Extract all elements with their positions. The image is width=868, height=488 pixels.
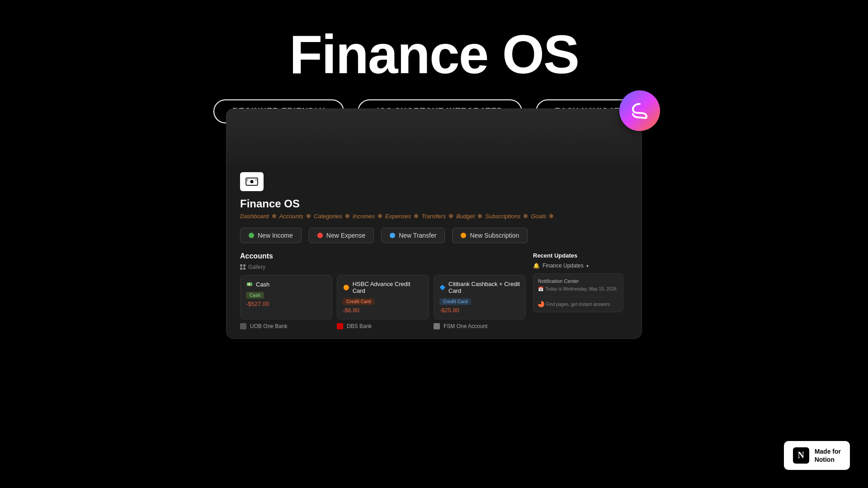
- cash-card-header: 💵 Cash: [246, 281, 326, 288]
- notif-dots: ................................: [538, 293, 618, 298]
- svg-rect-5: [243, 264, 245, 267]
- nav-sep-5: ✻: [414, 213, 419, 220]
- cash-tag: Cash: [246, 292, 264, 299]
- income-dot-icon: [249, 233, 254, 238]
- new-subscription-button[interactable]: New Subscription: [452, 228, 528, 243]
- hsbc-amount: -$6.80: [343, 307, 423, 314]
- svg-point-2: [247, 179, 248, 180]
- notif-search: Find pages, get instant answers: [538, 301, 618, 307]
- citibank-card-icon: 🔷: [439, 284, 446, 291]
- dbs-icon: [337, 323, 343, 329]
- right-panel: Recent Updates 🔔 Finance Updates ▾ Notif…: [533, 252, 623, 329]
- nav-sep-4: ✻: [377, 213, 382, 220]
- left-panel: Accounts Gallery: [240, 252, 526, 329]
- bank-item-uob: UOB One Bank: [240, 323, 332, 329]
- chevron-down-icon: ▾: [586, 263, 589, 268]
- main-title: Finance OS: [0, 27, 868, 81]
- gallery-label: Gallery: [240, 264, 526, 270]
- fsm-icon: [434, 323, 440, 329]
- nav-sep-6: ✻: [448, 213, 453, 220]
- nav-categories[interactable]: Categories: [314, 213, 342, 220]
- account-card-citibank: 🔷 Citibank Cashback + Credit Card Credit…: [434, 275, 526, 319]
- notif-center-title: Notification Center: [538, 278, 618, 284]
- action-buttons: New Income New Expense New Transfer New …: [240, 228, 623, 243]
- finance-updates-row[interactable]: 🔔 Finance Updates ▾: [533, 263, 623, 269]
- nav-budget[interactable]: Budget: [456, 213, 475, 220]
- nav-sep-8: ✻: [523, 213, 528, 220]
- nav-transfers[interactable]: Transfers: [421, 213, 446, 220]
- bank-item-fsm: FSM One Account: [434, 323, 526, 329]
- uob-icon: [240, 323, 246, 329]
- hsbc-card-icon: 🟠: [343, 284, 350, 291]
- svg-point-1: [250, 180, 254, 183]
- nav-incomes[interactable]: Incomes: [353, 213, 375, 220]
- new-income-label: New Income: [258, 232, 293, 239]
- account-card-cash: 💵 Cash Cash -$527.00: [240, 275, 332, 319]
- nav-accounts[interactable]: Accounts: [279, 213, 303, 220]
- account-card-hsbc: 🟠 HSBC Advance Credit Card Credit Card -…: [337, 275, 429, 319]
- hsbc-card-header: 🟠 HSBC Advance Credit Card: [343, 281, 423, 294]
- money-icon-box: [240, 172, 264, 191]
- nav-sep-3: ✻: [345, 213, 350, 220]
- app-inner-title: Finance OS: [240, 197, 623, 210]
- hsbc-tag: Credit Card: [343, 298, 374, 305]
- app-header: [226, 109, 642, 163]
- app-window: Finance OS Dashboard ✻ Accounts ✻ Catego…: [226, 108, 642, 339]
- svg-rect-4: [240, 264, 242, 267]
- made-for-line1: Made for: [815, 447, 841, 455]
- app-window-wrapper: Finance OS Dashboard ✻ Accounts ✻ Catego…: [226, 108, 642, 339]
- nav-breadcrumb: Dashboard ✻ Accounts ✻ Categories ✻ Inco…: [240, 213, 623, 220]
- hsbc-card-name: HSBC Advance Credit Card: [353, 281, 423, 294]
- notion-n-icon: N: [793, 447, 809, 464]
- transfer-dot-icon: [390, 233, 395, 238]
- citibank-card-header: 🔷 Citibank Cashback + Credit Card: [439, 281, 520, 294]
- main-panels: Accounts Gallery: [240, 252, 623, 329]
- search-spinner-icon: [538, 301, 544, 307]
- expense-dot-icon: [317, 233, 323, 238]
- finance-updates-label: Finance Updates: [542, 263, 584, 269]
- citibank-tag: Credit Card: [439, 298, 471, 305]
- new-expense-button[interactable]: New Expense: [309, 228, 374, 243]
- new-expense-label: New Expense: [326, 232, 365, 239]
- dbs-label: DBS Bank: [347, 323, 372, 329]
- svg-rect-7: [243, 267, 245, 270]
- notification-center: Notification Center 📅 Today is Wednesday…: [533, 273, 623, 312]
- nav-dashboard[interactable]: Dashboard: [240, 213, 269, 220]
- accounts-section-title: Accounts: [240, 252, 526, 260]
- notif-date-text: Today is Wednesday, May 15, 2024.: [545, 286, 618, 291]
- hero-section: Finance OS BEGINNER FRIENDLY iOS SHORTCU…: [0, 0, 868, 123]
- fsm-label: FSM One Account: [443, 323, 487, 329]
- calendar-icon: 📅: [538, 286, 543, 291]
- nav-expenses[interactable]: Expenses: [385, 213, 411, 220]
- svg-rect-6: [240, 267, 242, 270]
- new-income-button[interactable]: New Income: [240, 228, 302, 243]
- cash-card-name: Cash: [256, 281, 269, 288]
- cash-amount: -$527.00: [246, 300, 326, 307]
- svg-point-3: [255, 179, 256, 180]
- new-subscription-label: New Subscription: [470, 232, 519, 239]
- nav-sep-7: ✻: [477, 213, 482, 220]
- nav-subscriptions[interactable]: Subscriptions: [485, 213, 520, 220]
- new-transfer-button[interactable]: New Transfer: [381, 228, 445, 243]
- account-cards: 💵 Cash Cash -$527.00 🟠 HSBC Advance Cred…: [240, 275, 526, 319]
- nav-sep-2: ✻: [306, 213, 311, 220]
- citibank-card-name: Citibank Cashback + Credit Card: [448, 281, 520, 294]
- gallery-label-text: Gallery: [248, 264, 265, 270]
- citibank-amount: -$25.80: [439, 307, 520, 314]
- made-for-line2: Notion: [815, 455, 841, 464]
- notion-icon-circle[interactable]: [619, 90, 660, 131]
- nav-sep-1: ✻: [272, 213, 277, 220]
- subscription-dot-icon: [461, 233, 466, 238]
- cash-card-icon: 💵: [246, 281, 253, 288]
- notif-date: 📅 Today is Wednesday, May 15, 2024.: [538, 286, 618, 291]
- nav-sep-9: ✻: [549, 213, 554, 220]
- new-transfer-label: New Transfer: [399, 232, 436, 239]
- made-for-notion-badge[interactable]: N Made for Notion: [784, 441, 850, 470]
- bell-icon: 🔔: [533, 263, 540, 269]
- bank-rows: UOB One Bank DBS Bank FSM One Account: [240, 323, 526, 329]
- bank-item-dbs: DBS Bank: [337, 323, 429, 329]
- uob-label: UOB One Bank: [250, 323, 288, 329]
- nav-goals[interactable]: Goals: [531, 213, 546, 220]
- notif-search-text: Find pages, get instant answers: [546, 302, 610, 307]
- app-content: Finance OS Dashboard ✻ Accounts ✻ Catego…: [226, 163, 642, 338]
